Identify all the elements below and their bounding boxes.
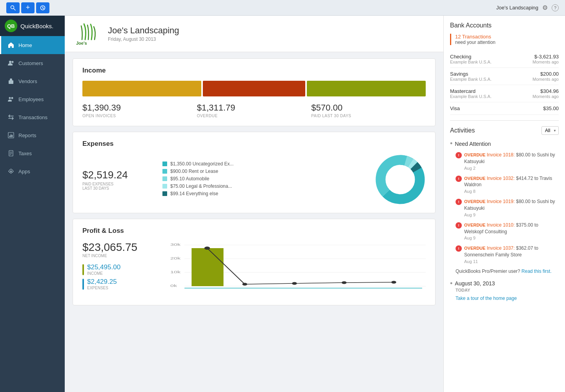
alert-icon-2: ! (456, 199, 462, 205)
sidebar-item-home[interactable]: Home (0, 36, 65, 54)
sidebar-label-employees: Employees (18, 96, 44, 102)
bank-attention-link[interactable]: 12 Transactions (455, 34, 559, 40)
svg-point-39 (292, 282, 297, 285)
activity-invoice-link-4[interactable]: Invoice 1037: (487, 245, 514, 251)
expenses-panel: Expenses $2,519.24 PAID EXPENSES LAST 30… (73, 132, 436, 213)
activity-item-2: ! OVERDUE Invoice 1019: $80.00 to Sushi … (450, 198, 559, 217)
legend-item-4: $75.00 Legal & Professiona... (162, 183, 365, 189)
company-date: Friday, August 30 2013 (108, 36, 179, 42)
pl-expenses-label: EXPENSES (87, 286, 117, 290)
bank-savings-info: Savings Example Bank U.S.A. (450, 71, 492, 82)
pl-income-info: $25,495.00 INCOME (87, 263, 120, 276)
need-attention-label: Need Attention (455, 141, 491, 147)
alert-icon-4: ! (456, 245, 462, 252)
income-stat-overdue: $1,311.79 OVERDUE (197, 103, 312, 118)
expenses-legend: $1,350.00 Uncategorized Ex... $900.00 Re… (162, 161, 365, 198)
activity-invoice-link-3[interactable]: Invoice 1010: (487, 222, 514, 228)
need-attention-header: Need Attention (450, 140, 559, 148)
expenses-bar-indicator (82, 279, 84, 290)
sidebar-item-reports[interactable]: Reports (0, 126, 65, 144)
svg-point-40 (342, 281, 347, 284)
topbar-right: Joe's Landscaping ⚙ ? (496, 4, 559, 11)
activity-invoice-link-0[interactable]: Invoice 1018: (487, 152, 514, 158)
sidebar-item-customers[interactable]: Customers (0, 54, 65, 72)
activities-title: Activities (450, 127, 475, 134)
right-panel: Bank Accounts 12 Transactions need your … (443, 16, 565, 392)
sidebar-item-vendors[interactable]: Vendors (0, 72, 65, 90)
pl-income-label: INCOME (87, 271, 120, 276)
bank-checking-name: Checking (450, 54, 492, 60)
bank-checking-bank: Example Bank U.S.A. (450, 60, 492, 64)
company-name-topbar: Joe's Landscaping (496, 5, 538, 11)
bank-account-visa: Visa $35.00 (450, 102, 559, 115)
home-icon (7, 42, 15, 49)
apps-icon (7, 168, 15, 175)
company-logo: Joe's LANDSCAPING (74, 22, 102, 45)
svg-rect-36 (191, 248, 223, 286)
bank-visa-amount: $35.00 (543, 105, 559, 111)
taxes-icon (7, 150, 15, 157)
panel-divider (450, 120, 559, 121)
pl-left: $23,065.75 NET INCOME $25,495.00 INCOME (82, 241, 161, 297)
activity-header-0: ! OVERDUE Invoice 1018: $80.00 to Sushi … (456, 152, 559, 165)
activity-invoice-link-1[interactable]: Invoice 1032: (487, 176, 514, 181)
paid-label: PAID LAST 30 DAYS (311, 114, 426, 118)
sidebar-item-taxes[interactable]: Taxes (0, 144, 65, 162)
income-title: Income (82, 67, 426, 74)
net-income-amount: $23,065.75 (82, 241, 161, 254)
svg-rect-12 (9, 136, 10, 137)
bank-mc-name: Mastercard (450, 88, 492, 94)
activity-date-1: Aug 8 (456, 189, 559, 194)
bank-attention-text: need your attention (455, 40, 559, 45)
settings-icon[interactable]: ⚙ (542, 4, 548, 11)
bank-account-checking: Checking Example Bank U.S.A. $-3,621.93 … (450, 51, 559, 68)
bank-mc-amount-info: $304.96 Moments ago (532, 88, 559, 99)
clock-button[interactable] (36, 2, 49, 13)
legend-color-2 (162, 169, 167, 174)
date-section: August 30, 2013 TODAY Take a tour of the… (450, 279, 559, 301)
date-sub: TODAY (456, 288, 559, 292)
employees-icon (7, 96, 15, 103)
legend-item-2: $900.00 Rent or Lease (162, 169, 365, 174)
search-button[interactable] (6, 2, 20, 13)
expenses-amount: $2,519.24 (82, 169, 153, 181)
sidebar-label-reports: Reports (18, 132, 36, 138)
bank-mc-amount: $304.96 (532, 88, 559, 94)
activity-date-2: Aug 9 (456, 212, 559, 217)
income-stats: $1,390.39 OPEN INVOICES $1,311.79 OVERDU… (82, 103, 426, 118)
tour-link[interactable]: Take a tour of the home page (456, 296, 559, 301)
activities-filter-select[interactable]: All (541, 126, 559, 135)
sidebar-item-employees[interactable]: Employees (0, 90, 65, 108)
pl-content: $23,065.75 NET INCOME $25,495.00 INCOME (82, 241, 426, 297)
bank-checking-info: Checking Example Bank U.S.A. (450, 54, 492, 64)
read-first-link[interactable]: Read this first. (521, 269, 552, 274)
svg-point-9 (9, 97, 11, 99)
sidebar-item-transactions[interactable]: Transactions (0, 108, 65, 126)
topbar: + Joe's Landscaping ⚙ ? (0, 0, 565, 16)
legend-text-4: $75.00 Legal & Professiona... (170, 183, 232, 189)
activities-filter-wrap: All (541, 126, 559, 135)
sidebar-label-vendors: Vendors (18, 78, 37, 84)
activity-invoice-link-2[interactable]: Invoice 1019: (487, 199, 514, 204)
income-stat-paid: $570.00 PAID LAST 30 DAYS (311, 103, 426, 118)
legend-item-1: $1,350.00 Uncategorized Ex... (162, 161, 365, 167)
bank-attention: 12 Transactions need your attention (450, 34, 559, 45)
svg-point-10 (11, 97, 13, 99)
svg-text:0k: 0k (170, 284, 177, 288)
help-icon[interactable]: ? (552, 4, 559, 11)
activity-header-3: ! OVERDUE Invoice 1010: $375.00 to Welsk… (456, 222, 559, 235)
activities-header: Activities All (450, 126, 559, 135)
svg-point-6 (12, 61, 14, 63)
income-bar-open (82, 81, 201, 96)
alert-icon-0: ! (456, 152, 462, 158)
add-button[interactable]: + (21, 2, 35, 13)
pl-expenses-info: $2,429.25 EXPENSES (87, 278, 117, 290)
open-invoices-label: OPEN INVOICES (82, 114, 197, 118)
expenses-title: Expenses (82, 140, 426, 148)
activity-date-4: Aug 11 (456, 259, 559, 264)
sidebar-item-apps[interactable]: Apps (0, 162, 65, 180)
activity-text-2: OVERDUE Invoice 1019: $80.00 to Sushi by… (464, 198, 559, 212)
paid-amount: $570.00 (311, 103, 426, 113)
pl-income-amount: $25,495.00 (87, 263, 120, 271)
bank-checking-time: Moments ago (532, 60, 559, 64)
